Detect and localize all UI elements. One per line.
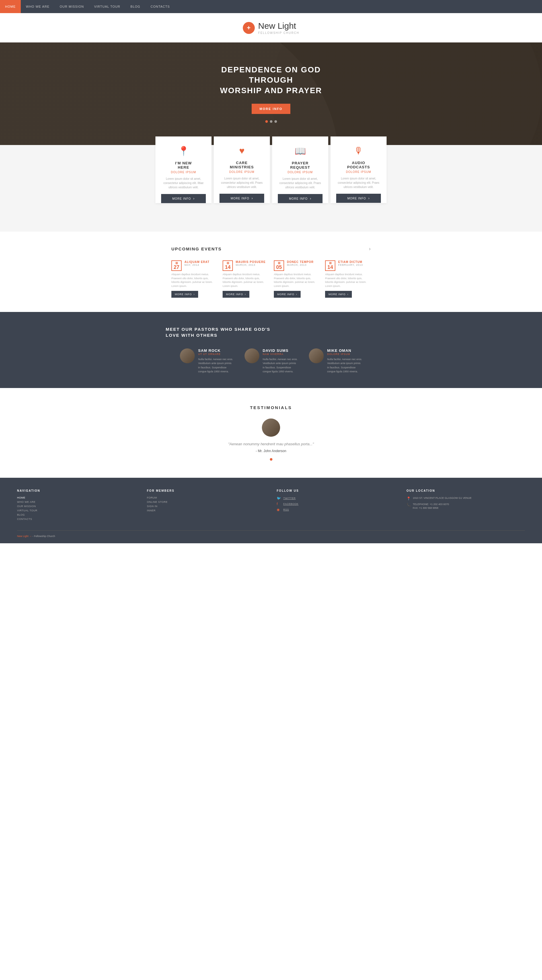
event-btn-1[interactable]: MORE INFO › xyxy=(223,291,249,298)
footer-nav-link-4[interactable]: BLOG xyxy=(17,513,135,516)
event-day-0: 27 xyxy=(173,265,180,270)
event-date-row-2: ▦ 05 DONEC TEMPOR MARCH, 2013 xyxy=(274,260,319,271)
event-date-row-0: ▦ 27 ALIQUAM ERAT MAY, 2014 xyxy=(171,260,217,271)
footer-social-icon-2: ◉ xyxy=(277,508,281,512)
event-item-0: ▦ 27 ALIQUAM ERAT MAY, 2014 Aliquam dapi… xyxy=(171,260,217,298)
hero-cta-button[interactable]: MORE INFO xyxy=(252,104,290,114)
card-title-3: AUDIOPODCASTS xyxy=(336,161,381,169)
footer-phone-icon: 📞 xyxy=(407,503,411,507)
footer-social-row-0: 🐦 TWITTER xyxy=(277,496,395,500)
card-text-3: Lorem ipsum dolor sit amet, consectetur … xyxy=(336,177,381,189)
pastors-row: SAM ROCK UT UT ORNARE Nulla facilisi. Ae… xyxy=(180,348,362,374)
card-btn-2[interactable]: MORE INFO › xyxy=(278,194,323,203)
nav-item-virtual-tour[interactable]: VIRTUAL TOUR xyxy=(89,0,125,13)
pastor-item-2: MIKE OMAN DOLORE IPSUM Nulla facilisi. A… xyxy=(309,348,362,374)
event-btn-arrow-1: › xyxy=(245,293,246,296)
event-title-2: DONEC TEMPOR xyxy=(287,260,314,264)
card-btn-arrow-1: › xyxy=(252,196,253,200)
footer-follow-col: FOLLOW US 🐦 TWITTER f FACEBOOK ◉ RSS xyxy=(277,489,395,522)
footer-members-col: FOR MEMBERSFORUMONLINE STORESIGN ININNER xyxy=(147,489,265,522)
card-subtitle-1: DOLORE IPSUM xyxy=(219,170,264,173)
card-icon-1: ♥ xyxy=(219,146,264,156)
card-3: 🎙 AUDIOPODCASTS DOLORE IPSUM Lorem ipsum… xyxy=(331,137,387,203)
event-btn-arrow-2: › xyxy=(296,293,297,296)
card-1: ♥ CAREMINISTRIES DOLORE IPSUM Lorem ipsu… xyxy=(214,137,270,203)
pastor-name-0: SAM ROCK xyxy=(198,348,233,353)
main-nav: HOMEWHO WE AREOUR MISSIONVIRTUAL TOURBLO… xyxy=(0,0,542,13)
event-text-3: Aliquam dapibus tincidunt metus. Praesen… xyxy=(325,273,371,288)
card-title-1: CAREMINISTRIES xyxy=(219,161,264,169)
nav-item-contacts[interactable]: CONTACTS xyxy=(146,0,175,13)
pastor-item-1: DAVID SUMS NAM VIVERRA Nulla facilisi. A… xyxy=(244,348,298,374)
footer-social-row-1: f FACEBOOK xyxy=(277,502,395,506)
footer-nav-link-5[interactable]: CONTACTS xyxy=(17,518,135,520)
events-next-arrow[interactable]: › xyxy=(369,246,371,252)
event-title-3: ETIAM DICTUM xyxy=(338,260,363,264)
nav-item-blog[interactable]: BLOG xyxy=(125,0,146,13)
hero-dot-3[interactable] xyxy=(274,120,277,123)
pastor-item-0: SAM ROCK UT UT ORNARE Nulla facilisi. Ae… xyxy=(180,348,233,374)
footer-members-link-0[interactable]: FORUM xyxy=(147,496,265,499)
footer-address-icon: 📍 xyxy=(407,496,411,501)
footer-nav-link-2[interactable]: OUR MISSION xyxy=(17,505,135,508)
logo-name: New Light xyxy=(258,21,299,31)
pastor-avatar-img-2 xyxy=(309,348,324,363)
event-btn-0[interactable]: MORE INFO › xyxy=(171,291,198,298)
event-cal-icon-3: ▦ xyxy=(327,261,334,264)
footer-phone-row: 📞 TELEPHONE: +1 202 403 6070FAX: +1 300 … xyxy=(407,503,525,510)
event-date-row-1: ▦ 14 MAURIS POSUERE MARCH, 2013 xyxy=(223,260,268,271)
event-text-2: Aliquam dapibus tincidunt metus. Praesen… xyxy=(274,273,319,288)
nav-item-home[interactable]: HOME xyxy=(0,0,21,13)
events-section: UPCOMING EVENTS › ▦ 27 ALIQUAM ERAT MAY,… xyxy=(0,232,542,312)
card-btn-0[interactable]: MORE INFO › xyxy=(161,194,206,203)
card-subtitle-0: DOLORE IPSUM xyxy=(161,171,206,174)
footer-social-link-2[interactable]: RSS xyxy=(283,508,289,511)
card-icon-2: 📖 xyxy=(278,146,323,156)
event-btn-3[interactable]: MORE INFO › xyxy=(325,291,352,298)
footer-members-title: FOR MEMBERS xyxy=(147,489,265,492)
event-item-3: ▦ 14 ETIAM DICTUM FEBRUARY, 2013 Aliquam… xyxy=(325,260,371,298)
card-btn-arrow-2: › xyxy=(310,197,311,200)
footer-nav-link-1[interactable]: WHO WE ARE xyxy=(17,501,135,503)
pastor-avatar-img-1 xyxy=(244,348,259,363)
event-month-3: FEBRUARY, 2013 xyxy=(338,264,363,266)
testimonial-dot-1[interactable] xyxy=(270,458,273,461)
hero-dot-1[interactable] xyxy=(265,120,268,123)
footer-social-link-1[interactable]: FACEBOOK xyxy=(283,503,299,505)
footer-nav-link-0[interactable]: HOME xyxy=(17,496,135,499)
pastor-avatar-0 xyxy=(180,348,195,363)
card-btn-1[interactable]: MORE INFO › xyxy=(219,194,264,203)
pastor-subtitle-0: UT UT ORNARE xyxy=(198,353,233,356)
event-btn-2[interactable]: MORE INFO › xyxy=(274,291,301,298)
card-title-2: PRAYERREQUEST xyxy=(278,161,323,170)
card-icon-0: 📍 xyxy=(161,146,206,156)
footer-brand-link[interactable]: New Light → xyxy=(17,535,32,538)
event-cal-icon-2: ▦ xyxy=(276,261,282,264)
card-subtitle-3: DOLORE IPSUM xyxy=(336,170,381,173)
cards-section: 📍 I'M NEWHERE DOLORE IPSUM Lorem ipsum d… xyxy=(0,145,542,215)
pastor-text-0: Nulla facilisi. Aenean nec eros. Vestibu… xyxy=(198,357,233,374)
card-text-2: Lorem ipsum dolor sit amet, consectetur … xyxy=(278,177,323,189)
event-date-box-0: ▦ 27 xyxy=(171,260,182,271)
footer-social-icon-0: 🐦 xyxy=(277,496,281,500)
logo-tagline: FELLOWSHIP CHURCH xyxy=(258,31,299,35)
footer-members-link-2[interactable]: SIGN IN xyxy=(147,505,265,508)
event-title-1: MAURIS POSUERE xyxy=(236,260,266,264)
event-title-0: ALIQUAM ERAT xyxy=(184,260,209,264)
footer-members-link-3[interactable]: INNER xyxy=(147,509,265,512)
hero-dots xyxy=(265,120,277,123)
event-day-2: 05 xyxy=(276,265,282,270)
events-title: UPCOMING EVENTS xyxy=(171,247,222,251)
footer-members-link-1[interactable]: ONLINE STORE xyxy=(147,501,265,503)
event-month-1: MARCH, 2013 xyxy=(236,264,266,266)
event-text-1: Aliquam dapibus tincidunt metus. Praesen… xyxy=(223,273,268,288)
card-2: 📖 PRAYERREQUEST DOLORE IPSUM Lorem ipsum… xyxy=(272,137,328,203)
card-btn-arrow-0: › xyxy=(193,197,195,200)
footer-nav-link-3[interactable]: VIRTUAL TOUR xyxy=(17,509,135,512)
event-btn-arrow-3: › xyxy=(347,293,349,296)
nav-item-who-we-are[interactable]: WHO WE ARE xyxy=(21,0,55,13)
footer-social-link-0[interactable]: TWITTER xyxy=(283,497,296,500)
card-btn-3[interactable]: MORE INFO › xyxy=(336,194,381,203)
hero-dot-2[interactable] xyxy=(270,120,273,123)
nav-item-our-mission[interactable]: OUR MISSION xyxy=(55,0,89,13)
